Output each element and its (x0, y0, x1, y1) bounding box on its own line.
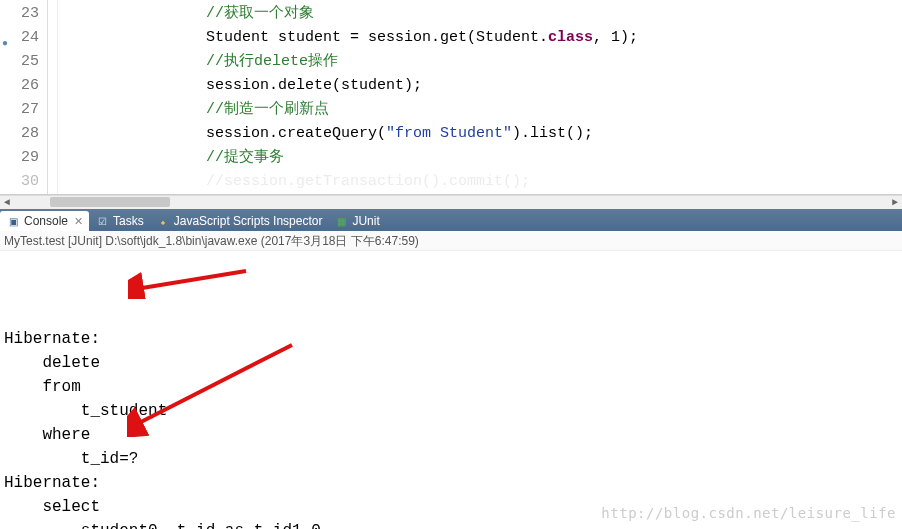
line-gutter: 2324252627282930 (0, 0, 48, 194)
views-tabbar: ▣Console✕☑Tasks⬥JavaScript Scripts Inspe… (0, 209, 902, 231)
scroll-right-icon[interactable]: ► (888, 196, 902, 210)
code-editor: 2324252627282930 //获取一个对象 Student studen… (0, 0, 902, 195)
console-output[interactable]: Hibernate: delete from t_student where t… (0, 251, 902, 529)
code-body[interactable]: //获取一个对象 Student student = session.get(S… (58, 0, 902, 194)
line-number[interactable]: 24 (0, 26, 47, 50)
annotation-arrow-1 (128, 259, 248, 299)
line-number[interactable]: 28 (0, 122, 47, 146)
tab-label: JUnit (352, 214, 379, 228)
tab-console[interactable]: ▣Console✕ (0, 211, 89, 231)
console-line: Hibernate: (4, 471, 898, 495)
code-line[interactable]: session.createQuery("from Student").list… (62, 122, 902, 146)
code-line[interactable]: //提交事务 (62, 146, 902, 170)
code-line[interactable]: //制造一个刷新点 (62, 98, 902, 122)
console-icon: ▣ (6, 214, 20, 228)
line-number[interactable]: 27 (0, 98, 47, 122)
folding-ruler (48, 0, 58, 194)
code-line[interactable]: //session.getTransaction().commit(); (62, 170, 902, 194)
code-line[interactable]: session.delete(student); (62, 74, 902, 98)
launch-info: MyTest.test [JUnit] D:\soft\jdk_1.8\bin\… (0, 231, 902, 251)
code-line[interactable]: //执行delete操作 (62, 50, 902, 74)
tasks-icon: ☑ (95, 214, 109, 228)
code-line[interactable]: //获取一个对象 (62, 2, 902, 26)
tab-tasks[interactable]: ☑Tasks (89, 211, 150, 231)
close-icon[interactable]: ✕ (74, 215, 83, 228)
line-number[interactable]: 25 (0, 50, 47, 74)
line-number[interactable]: 30 (0, 170, 47, 194)
watermark-text: http://blog.csdn.net/leisure_life (601, 505, 896, 521)
js-inspector-icon: ⬥ (156, 214, 170, 228)
line-number[interactable]: 29 (0, 146, 47, 170)
console-line: where (4, 423, 898, 447)
junit-icon: ▦ (334, 214, 348, 228)
svg-line-1 (136, 271, 246, 289)
console-line: Hibernate: (4, 327, 898, 351)
line-number[interactable]: 23 (0, 2, 47, 26)
tab-js-inspector[interactable]: ⬥JavaScript Scripts Inspector (150, 211, 329, 231)
tab-junit[interactable]: ▦JUnit (328, 211, 385, 231)
tab-label: JavaScript Scripts Inspector (174, 214, 323, 228)
console-line: from (4, 375, 898, 399)
console-line: t_student (4, 399, 898, 423)
tab-label: Tasks (113, 214, 144, 228)
horizontal-scrollbar[interactable]: ◄ ► (0, 195, 902, 209)
console-line: delete (4, 351, 898, 375)
scroll-thumb[interactable] (50, 197, 170, 207)
line-number[interactable]: 26 (0, 74, 47, 98)
console-line: t_id=? (4, 447, 898, 471)
scroll-left-icon[interactable]: ◄ (0, 196, 14, 210)
code-line[interactable]: Student student = session.get(Student.cl… (62, 26, 902, 50)
tab-label: Console (24, 214, 68, 228)
